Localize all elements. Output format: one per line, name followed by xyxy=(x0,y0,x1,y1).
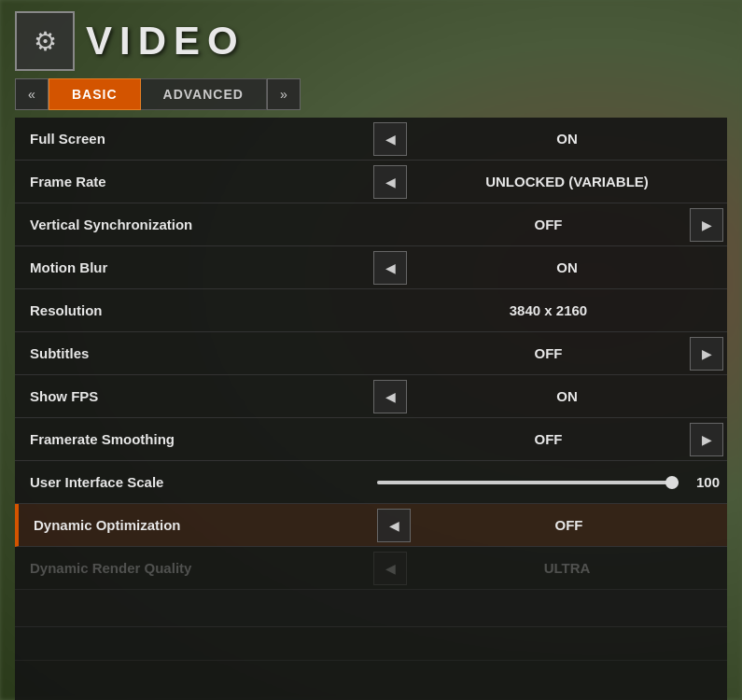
setting-row-vertical-sync: Vertical Synchronization OFF ▶ xyxy=(15,203,727,246)
setting-control-show-fps: ◀ ON xyxy=(370,388,727,404)
setting-value-framerate-smoothing: OFF xyxy=(535,431,563,447)
setting-label-vertical-sync: Vertical Synchronization xyxy=(15,217,370,232)
setting-value-vertical-sync: OFF xyxy=(535,217,563,232)
setting-control-dynamic-render-quality: ◀ ULTRA xyxy=(370,560,727,576)
tab-advanced[interactable]: ADVANCED xyxy=(141,78,267,110)
gear-icon: ⚙ xyxy=(34,26,57,57)
setting-row-full-screen: Full Screen ◀ ON xyxy=(15,118,727,161)
setting-row-subtitles: Subtitles OFF ▶ xyxy=(15,332,727,375)
settings-panel: Full Screen ◀ ON Frame Rate ◀ UNLOCKED (… xyxy=(15,118,727,700)
setting-label-frame-rate: Frame Rate xyxy=(15,174,370,189)
gear-icon-box: ⚙ xyxy=(15,11,75,71)
setting-label-show-fps: Show FPS xyxy=(15,388,370,404)
setting-row-motion-blur: Motion Blur ◀ ON xyxy=(15,246,727,289)
setting-control-framerate-smoothing: OFF ▶ xyxy=(370,431,727,447)
setting-row-ui-scale: User Interface Scale 100 xyxy=(15,461,727,504)
setting-row-dynamic-render-quality: Dynamic Render Quality ◀ ULTRA xyxy=(15,547,727,590)
setting-control-vertical-sync: OFF ▶ xyxy=(370,217,727,232)
frame-rate-left-arrow[interactable]: ◀ xyxy=(373,165,407,199)
page-title: VIDEO xyxy=(86,19,245,63)
setting-value-frame-rate: UNLOCKED (VARIABLE) xyxy=(485,174,649,189)
main-container: ⚙ VIDEO « BASIC ADVANCED » Full Screen ◀… xyxy=(0,0,742,700)
setting-value-full-screen: ON xyxy=(556,131,578,147)
setting-row-resolution: Resolution 3840 x 2160 xyxy=(15,289,727,332)
tab-bar: « BASIC ADVANCED » xyxy=(0,78,742,118)
ui-scale-slider-thumb[interactable] xyxy=(665,476,679,489)
setting-control-frame-rate: ◀ UNLOCKED (VARIABLE) xyxy=(370,174,727,189)
setting-row-frame-rate: Frame Rate ◀ UNLOCKED (VARIABLE) xyxy=(15,161,727,203)
setting-label-resolution: Resolution xyxy=(15,302,370,318)
setting-row-partial-2 xyxy=(15,627,727,661)
dynamic-optimization-left-arrow[interactable]: ◀ xyxy=(377,509,411,542)
ui-scale-slider-fill xyxy=(377,481,679,484)
setting-label-motion-blur: Motion Blur xyxy=(15,259,370,275)
setting-row-framerate-smoothing: Framerate Smoothing OFF ▶ xyxy=(15,418,727,461)
double-left-icon: « xyxy=(28,87,35,102)
full-screen-left-arrow[interactable]: ◀ xyxy=(373,122,407,156)
setting-value-motion-blur: ON xyxy=(556,259,578,275)
subtitles-right-arrow[interactable]: ▶ xyxy=(690,337,723,371)
vertical-sync-right-arrow[interactable]: ▶ xyxy=(690,208,723,242)
setting-value-dynamic-optimization: OFF xyxy=(555,517,583,533)
setting-row-partial-1 xyxy=(15,590,727,627)
setting-label-subtitles: Subtitles xyxy=(15,345,370,361)
setting-label-dynamic-optimization: Dynamic Optimization xyxy=(19,517,373,533)
setting-control-subtitles: OFF ▶ xyxy=(370,345,727,361)
setting-value-ui-scale: 100 xyxy=(686,474,720,490)
setting-label-full-screen: Full Screen xyxy=(15,131,370,147)
header: ⚙ VIDEO xyxy=(0,0,742,78)
setting-row-dynamic-optimization: Dynamic Optimization ◀ OFF xyxy=(15,504,727,547)
setting-control-resolution: 3840 x 2160 xyxy=(370,302,727,318)
ui-scale-slider-track[interactable] xyxy=(377,481,679,484)
tab-back-arrow[interactable]: « xyxy=(15,78,49,110)
tab-basic[interactable]: BASIC xyxy=(49,78,141,110)
setting-value-resolution: 3840 x 2160 xyxy=(510,302,587,318)
tab-forward-arrow[interactable]: » xyxy=(267,78,301,110)
setting-label-framerate-smoothing: Framerate Smoothing xyxy=(15,431,370,447)
setting-control-ui-scale: 100 xyxy=(370,474,727,490)
setting-label-dynamic-render-quality: Dynamic Render Quality xyxy=(15,560,370,576)
setting-control-dynamic-optimization: ◀ OFF xyxy=(373,517,727,533)
setting-control-full-screen: ◀ ON xyxy=(370,131,727,147)
tab-advanced-label: ADVANCED xyxy=(163,87,244,102)
framerate-smoothing-right-arrow[interactable]: ▶ xyxy=(690,423,723,456)
double-right-icon: » xyxy=(280,87,287,102)
setting-value-dynamic-render-quality: ULTRA xyxy=(544,560,591,576)
show-fps-left-arrow[interactable]: ◀ xyxy=(373,380,407,413)
dynamic-render-quality-left-arrow[interactable]: ◀ xyxy=(373,552,407,585)
setting-control-motion-blur: ◀ ON xyxy=(370,259,727,275)
setting-value-show-fps: ON xyxy=(556,388,578,404)
tab-basic-label: BASIC xyxy=(72,87,118,102)
setting-value-subtitles: OFF xyxy=(535,345,563,361)
setting-row-show-fps: Show FPS ◀ ON xyxy=(15,375,727,418)
motion-blur-left-arrow[interactable]: ◀ xyxy=(373,251,407,285)
setting-label-ui-scale: User Interface Scale xyxy=(15,474,370,490)
